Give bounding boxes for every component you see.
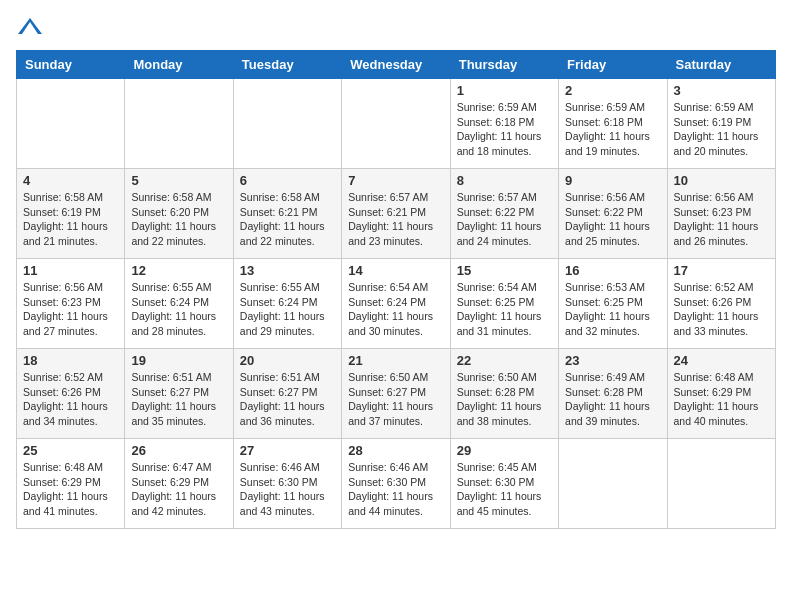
calendar-header-monday: Monday [125, 51, 233, 79]
calendar-cell: 3Sunrise: 6:59 AM Sunset: 6:19 PM Daylig… [667, 79, 775, 169]
day-info: Sunrise: 6:48 AM Sunset: 6:29 PM Dayligh… [23, 460, 118, 519]
calendar-cell [17, 79, 125, 169]
calendar-cell: 17Sunrise: 6:52 AM Sunset: 6:26 PM Dayli… [667, 259, 775, 349]
day-number: 17 [674, 263, 769, 278]
day-number: 20 [240, 353, 335, 368]
day-number: 7 [348, 173, 443, 188]
day-info: Sunrise: 6:57 AM Sunset: 6:21 PM Dayligh… [348, 190, 443, 249]
calendar-cell: 22Sunrise: 6:50 AM Sunset: 6:28 PM Dayli… [450, 349, 558, 439]
calendar-cell: 29Sunrise: 6:45 AM Sunset: 6:30 PM Dayli… [450, 439, 558, 529]
day-number: 14 [348, 263, 443, 278]
day-info: Sunrise: 6:58 AM Sunset: 6:21 PM Dayligh… [240, 190, 335, 249]
calendar-week-2: 11Sunrise: 6:56 AM Sunset: 6:23 PM Dayli… [17, 259, 776, 349]
calendar-cell: 6Sunrise: 6:58 AM Sunset: 6:21 PM Daylig… [233, 169, 341, 259]
day-info: Sunrise: 6:51 AM Sunset: 6:27 PM Dayligh… [240, 370, 335, 429]
calendar-cell: 25Sunrise: 6:48 AM Sunset: 6:29 PM Dayli… [17, 439, 125, 529]
day-number: 27 [240, 443, 335, 458]
calendar-cell: 24Sunrise: 6:48 AM Sunset: 6:29 PM Dayli… [667, 349, 775, 439]
day-info: Sunrise: 6:50 AM Sunset: 6:28 PM Dayligh… [457, 370, 552, 429]
calendar-cell: 18Sunrise: 6:52 AM Sunset: 6:26 PM Dayli… [17, 349, 125, 439]
day-info: Sunrise: 6:48 AM Sunset: 6:29 PM Dayligh… [674, 370, 769, 429]
day-info: Sunrise: 6:52 AM Sunset: 6:26 PM Dayligh… [674, 280, 769, 339]
day-number: 13 [240, 263, 335, 278]
day-number: 28 [348, 443, 443, 458]
calendar-cell [342, 79, 450, 169]
day-number: 12 [131, 263, 226, 278]
calendar-header-saturday: Saturday [667, 51, 775, 79]
day-number: 2 [565, 83, 660, 98]
day-number: 11 [23, 263, 118, 278]
day-number: 16 [565, 263, 660, 278]
calendar-cell: 21Sunrise: 6:50 AM Sunset: 6:27 PM Dayli… [342, 349, 450, 439]
calendar-header-thursday: Thursday [450, 51, 558, 79]
calendar-week-3: 18Sunrise: 6:52 AM Sunset: 6:26 PM Dayli… [17, 349, 776, 439]
day-info: Sunrise: 6:58 AM Sunset: 6:19 PM Dayligh… [23, 190, 118, 249]
day-info: Sunrise: 6:55 AM Sunset: 6:24 PM Dayligh… [131, 280, 226, 339]
calendar-cell [667, 439, 775, 529]
day-info: Sunrise: 6:46 AM Sunset: 6:30 PM Dayligh… [348, 460, 443, 519]
day-info: Sunrise: 6:54 AM Sunset: 6:25 PM Dayligh… [457, 280, 552, 339]
day-number: 9 [565, 173, 660, 188]
day-info: Sunrise: 6:54 AM Sunset: 6:24 PM Dayligh… [348, 280, 443, 339]
calendar-cell: 28Sunrise: 6:46 AM Sunset: 6:30 PM Dayli… [342, 439, 450, 529]
day-number: 19 [131, 353, 226, 368]
calendar-cell: 16Sunrise: 6:53 AM Sunset: 6:25 PM Dayli… [559, 259, 667, 349]
calendar-cell: 11Sunrise: 6:56 AM Sunset: 6:23 PM Dayli… [17, 259, 125, 349]
calendar-cell [233, 79, 341, 169]
day-info: Sunrise: 6:59 AM Sunset: 6:19 PM Dayligh… [674, 100, 769, 159]
calendar-cell: 27Sunrise: 6:46 AM Sunset: 6:30 PM Dayli… [233, 439, 341, 529]
day-number: 10 [674, 173, 769, 188]
calendar-cell: 15Sunrise: 6:54 AM Sunset: 6:25 PM Dayli… [450, 259, 558, 349]
day-number: 3 [674, 83, 769, 98]
day-number: 24 [674, 353, 769, 368]
day-info: Sunrise: 6:56 AM Sunset: 6:23 PM Dayligh… [674, 190, 769, 249]
header [16, 16, 776, 38]
logo [16, 16, 48, 38]
calendar-header-friday: Friday [559, 51, 667, 79]
calendar-cell: 2Sunrise: 6:59 AM Sunset: 6:18 PM Daylig… [559, 79, 667, 169]
day-info: Sunrise: 6:51 AM Sunset: 6:27 PM Dayligh… [131, 370, 226, 429]
calendar-cell: 20Sunrise: 6:51 AM Sunset: 6:27 PM Dayli… [233, 349, 341, 439]
day-info: Sunrise: 6:56 AM Sunset: 6:22 PM Dayligh… [565, 190, 660, 249]
day-info: Sunrise: 6:49 AM Sunset: 6:28 PM Dayligh… [565, 370, 660, 429]
day-number: 25 [23, 443, 118, 458]
day-number: 23 [565, 353, 660, 368]
calendar-week-4: 25Sunrise: 6:48 AM Sunset: 6:29 PM Dayli… [17, 439, 776, 529]
day-number: 26 [131, 443, 226, 458]
calendar-body: 1Sunrise: 6:59 AM Sunset: 6:18 PM Daylig… [17, 79, 776, 529]
calendar-cell: 8Sunrise: 6:57 AM Sunset: 6:22 PM Daylig… [450, 169, 558, 259]
day-info: Sunrise: 6:56 AM Sunset: 6:23 PM Dayligh… [23, 280, 118, 339]
day-info: Sunrise: 6:57 AM Sunset: 6:22 PM Dayligh… [457, 190, 552, 249]
calendar-header-wednesday: Wednesday [342, 51, 450, 79]
calendar-cell: 10Sunrise: 6:56 AM Sunset: 6:23 PM Dayli… [667, 169, 775, 259]
day-number: 15 [457, 263, 552, 278]
calendar-cell: 5Sunrise: 6:58 AM Sunset: 6:20 PM Daylig… [125, 169, 233, 259]
calendar-cell: 4Sunrise: 6:58 AM Sunset: 6:19 PM Daylig… [17, 169, 125, 259]
calendar-header-tuesday: Tuesday [233, 51, 341, 79]
day-info: Sunrise: 6:59 AM Sunset: 6:18 PM Dayligh… [565, 100, 660, 159]
day-info: Sunrise: 6:46 AM Sunset: 6:30 PM Dayligh… [240, 460, 335, 519]
calendar-week-0: 1Sunrise: 6:59 AM Sunset: 6:18 PM Daylig… [17, 79, 776, 169]
day-info: Sunrise: 6:58 AM Sunset: 6:20 PM Dayligh… [131, 190, 226, 249]
calendar-header-sunday: Sunday [17, 51, 125, 79]
calendar-cell: 13Sunrise: 6:55 AM Sunset: 6:24 PM Dayli… [233, 259, 341, 349]
day-info: Sunrise: 6:50 AM Sunset: 6:27 PM Dayligh… [348, 370, 443, 429]
calendar-cell: 7Sunrise: 6:57 AM Sunset: 6:21 PM Daylig… [342, 169, 450, 259]
calendar-cell [559, 439, 667, 529]
logo-icon [16, 16, 44, 38]
calendar-cell: 14Sunrise: 6:54 AM Sunset: 6:24 PM Dayli… [342, 259, 450, 349]
day-info: Sunrise: 6:52 AM Sunset: 6:26 PM Dayligh… [23, 370, 118, 429]
calendar-table: SundayMondayTuesdayWednesdayThursdayFrid… [16, 50, 776, 529]
calendar-cell: 23Sunrise: 6:49 AM Sunset: 6:28 PM Dayli… [559, 349, 667, 439]
calendar-cell: 9Sunrise: 6:56 AM Sunset: 6:22 PM Daylig… [559, 169, 667, 259]
day-number: 1 [457, 83, 552, 98]
calendar-header-row: SundayMondayTuesdayWednesdayThursdayFrid… [17, 51, 776, 79]
day-number: 29 [457, 443, 552, 458]
calendar-cell: 12Sunrise: 6:55 AM Sunset: 6:24 PM Dayli… [125, 259, 233, 349]
calendar-cell: 1Sunrise: 6:59 AM Sunset: 6:18 PM Daylig… [450, 79, 558, 169]
calendar-cell: 26Sunrise: 6:47 AM Sunset: 6:29 PM Dayli… [125, 439, 233, 529]
calendar-week-1: 4Sunrise: 6:58 AM Sunset: 6:19 PM Daylig… [17, 169, 776, 259]
day-info: Sunrise: 6:53 AM Sunset: 6:25 PM Dayligh… [565, 280, 660, 339]
day-info: Sunrise: 6:55 AM Sunset: 6:24 PM Dayligh… [240, 280, 335, 339]
day-info: Sunrise: 6:47 AM Sunset: 6:29 PM Dayligh… [131, 460, 226, 519]
